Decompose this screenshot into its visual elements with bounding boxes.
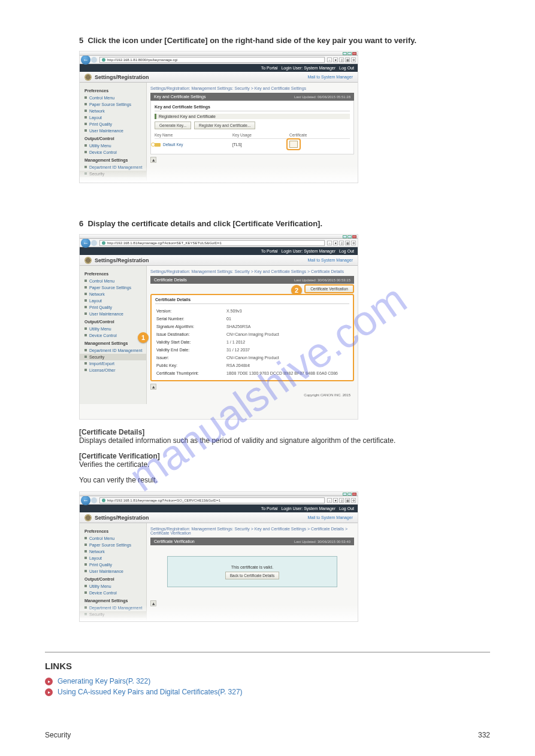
sidebar-item[interactable]: Print Quality xyxy=(80,304,146,311)
link-generating-keypairs[interactable]: Generating Key Pairs(P. 322) xyxy=(58,677,150,685)
to-portal-link[interactable]: To Portal xyxy=(261,506,278,511)
tools-icon[interactable]: ⚙ xyxy=(351,241,356,245)
generate-key-button[interactable]: Generate Key... xyxy=(155,122,191,129)
back-icon[interactable]: ← xyxy=(81,55,90,65)
sidebar-item[interactable]: Paper Source Settings xyxy=(80,542,146,548)
sidebar-item[interactable]: Layout xyxy=(80,297,146,304)
sidebar-item[interactable]: Utility Menu xyxy=(80,583,146,590)
sidebar-item[interactable]: Import/Export xyxy=(80,360,146,367)
back-icon[interactable]: ← xyxy=(81,496,90,505)
sidebar-item[interactable]: Device Control xyxy=(80,332,146,339)
home-icon[interactable]: ⌂ xyxy=(327,57,332,62)
key-name-link[interactable]: Default Key xyxy=(163,142,183,147)
back-to-details-button[interactable]: Back to Certificate Details xyxy=(225,572,279,579)
address-bar: ← http://192.168.1.81:8000/rps/keymanage… xyxy=(80,56,358,64)
to-portal-link[interactable]: To Portal xyxy=(261,66,278,70)
sidebar-item[interactable]: Utility Menu xyxy=(80,142,146,149)
link-ca-issued[interactable]: Using CA-issued Key Pairs and Digital Ce… xyxy=(58,688,243,696)
window-titlebar xyxy=(80,51,358,56)
sidebar-item[interactable]: User Maintenance xyxy=(80,311,146,317)
detail-row: Validity Start Date:1 / 1 2012 xyxy=(156,339,348,345)
min-icon xyxy=(343,52,347,55)
login-user: System Manager xyxy=(304,66,335,70)
tools-icon[interactable]: ⚙ xyxy=(351,57,356,62)
sidebar-item[interactable]: Print Quality xyxy=(80,121,146,127)
logout-link[interactable]: Log Out xyxy=(339,506,354,511)
cert-verification-button[interactable]: Certificate Verification xyxy=(304,284,354,293)
close-icon xyxy=(352,493,356,496)
breadcrumb: Settings/Registration: Management Settin… xyxy=(150,269,354,274)
page-icon[interactable]: ▦ xyxy=(345,241,350,245)
sb-pref: Preferences xyxy=(80,269,146,278)
sidebar-item[interactable]: Device Control xyxy=(80,590,146,596)
mail-link[interactable]: Mail to System Manager xyxy=(308,515,353,520)
sidebar-item[interactable]: Paper Source Settings xyxy=(80,284,146,291)
cert-details-table: Version:X.509v3 Serial Number:01 Signatu… xyxy=(155,306,349,378)
sidebar-item[interactable]: User Maintenance xyxy=(80,568,146,575)
portal-bar: To PortalLogin User: System ManagerLog O… xyxy=(80,505,358,512)
logout-link[interactable]: Log Out xyxy=(339,66,354,70)
sidebar-item[interactable]: Control Menu xyxy=(80,95,146,101)
cert-details-head: Certificate Details xyxy=(155,297,349,304)
sidebar-item[interactable]: User Maintenance xyxy=(80,127,146,134)
badge-1: 1 xyxy=(138,332,149,343)
sidebar-item[interactable]: Control Menu xyxy=(80,535,146,542)
sidebar-item[interactable]: Device Control xyxy=(80,149,146,156)
home-icon[interactable]: ⌂ xyxy=(327,241,332,245)
sidebar-item[interactable]: License/Other xyxy=(80,367,146,374)
home-icon[interactable]: ⌂ xyxy=(327,498,332,503)
step6-num: 6 xyxy=(79,219,83,228)
panel-title: Certificate Verification xyxy=(154,539,195,544)
sidebar-item[interactable]: Network xyxy=(80,291,146,297)
address-bar: ← http://192.168.1.81/keymanage.cgi?Acti… xyxy=(80,496,358,505)
register-key-button[interactable]: Register Key and Certificate... xyxy=(194,122,255,129)
tools-icon[interactable]: ⚙ xyxy=(351,498,356,503)
logout-link[interactable]: Log Out xyxy=(339,249,354,253)
url-field[interactable]: http://192.168.1.81/keymanage.cgi?Action… xyxy=(99,497,325,503)
print-icon[interactable]: ⎙ xyxy=(339,498,344,503)
sidebar-item[interactable]: Network xyxy=(80,108,146,114)
inner-head: Registered Key and Certificate xyxy=(155,114,350,119)
sidebar-item[interactable]: Network xyxy=(80,548,146,555)
url-field[interactable]: http://192.168.1.81/keymanage.cgi?Action… xyxy=(99,240,325,246)
fav-icon[interactable]: ★ xyxy=(333,241,338,245)
sidebar-item[interactable]: Layout xyxy=(80,555,146,561)
sidebar: Preferences Control Menu Paper Source Se… xyxy=(80,266,147,404)
sidebar-item[interactable]: Utility Menu xyxy=(80,326,146,332)
close-icon xyxy=(352,52,356,55)
sidebar-item[interactable]: Layout xyxy=(80,114,146,121)
sb-out: Output/Control xyxy=(80,134,146,142)
section-head: Key and Certificate Settings xyxy=(155,105,350,111)
to-portal-link[interactable]: To Portal xyxy=(261,249,278,253)
mail-link[interactable]: Mail to System Manager xyxy=(308,258,353,262)
print-icon[interactable]: ⎙ xyxy=(339,57,344,62)
detail-row: Version:X.509v3 xyxy=(156,308,348,314)
page-icon[interactable]: ▦ xyxy=(345,498,350,503)
sidebar-item[interactable]: Paper Source Settings xyxy=(80,101,146,108)
sidebar-item-security[interactable]: Security xyxy=(80,354,146,360)
back-to-top-icon[interactable]: ▴ xyxy=(150,157,156,163)
page-icon[interactable]: ▦ xyxy=(345,57,350,62)
print-icon[interactable]: ⎙ xyxy=(339,241,344,245)
fav-icon[interactable]: ★ xyxy=(333,57,338,62)
url-text: http://192.168.1.81:8000/rps/keymanage.c… xyxy=(107,58,177,62)
footer-section: Security xyxy=(45,731,71,739)
forward-icon[interactable] xyxy=(91,497,97,503)
forward-icon[interactable] xyxy=(91,240,97,246)
screenshot-3: ← http://192.168.1.81/keymanage.cgi?Acti… xyxy=(79,491,358,622)
login-user: System Manager xyxy=(304,506,335,511)
fav-icon[interactable]: ★ xyxy=(333,498,338,503)
portal-bar: To Portal Login User: System Manager Log… xyxy=(80,64,358,72)
url-field[interactable]: http://192.168.1.81:8000/rps/keymanage.c… xyxy=(99,57,325,63)
mail-link[interactable]: Mail to System Manager xyxy=(308,75,353,79)
step-num: 5 xyxy=(79,36,83,45)
back-icon[interactable]: ← xyxy=(81,238,90,248)
detail-row: Certificate Thumbprint:1B08 7D0E 1300 97… xyxy=(156,370,348,377)
sidebar-item[interactable]: Department ID Management xyxy=(80,347,146,354)
url-text: http://192.168.1.81/keymanage.cgi?Action… xyxy=(107,499,220,502)
window-titlebar xyxy=(80,235,358,239)
back-to-top-icon[interactable]: ▴ xyxy=(150,384,156,390)
sidebar-item[interactable]: Control Menu xyxy=(80,278,146,284)
forward-icon[interactable] xyxy=(91,57,97,63)
sidebar-item[interactable]: Print Quality xyxy=(80,561,146,568)
